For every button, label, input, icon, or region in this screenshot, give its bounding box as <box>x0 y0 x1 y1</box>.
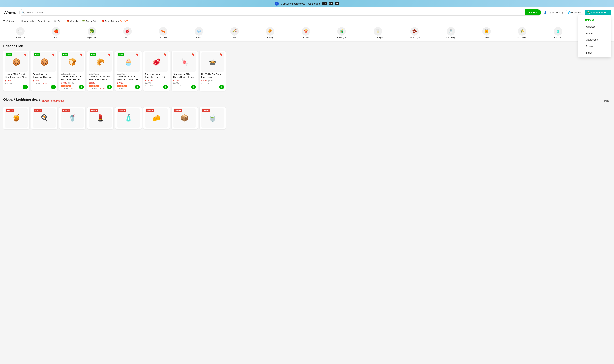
category-item-dairy-eggs[interactable]: 🥛 Dairy & Eggs <box>372 27 384 39</box>
add-to-cart-button[interactable]: + <box>163 85 168 90</box>
product-sold: 200+ Sold <box>201 82 224 84</box>
category-item-fruits[interactable]: 🍎 Fruits <box>51 27 61 39</box>
store-option-japanese[interactable]: Japanese <box>578 24 611 30</box>
store-option-vietnamese[interactable]: Vietnamese <box>578 37 611 43</box>
category-icon-bakery: 🥐 <box>266 27 274 36</box>
store-option-filipino[interactable]: Filipino <box>578 43 611 50</box>
category-item-tofu-vegan[interactable]: 🫘 Tofu & Vegan <box>409 27 420 39</box>
deal-card-d5[interactable]: 34% off 🧴 <box>115 106 142 129</box>
nav-best-sellers[interactable]: Best-Sellers <box>38 20 50 23</box>
lightning-deals-header: Global+ Lightning deals (Ends in: 08:46:… <box>3 98 611 104</box>
deal-card-d4[interactable]: 27% off 💄 <box>87 106 113 129</box>
product-card-p3[interactable]: New 🔖 🍞 Catherine Bakery CatherineBakery… <box>59 51 85 91</box>
product-name: Jade Bakery Triple Delight Cupcake 330 g <box>117 75 140 81</box>
store-icon: 🏪 <box>587 11 590 14</box>
fresh-badge: Fresh Daily <box>61 85 71 87</box>
nav-fresh-daily[interactable]: 🥗 Fresh Daily <box>82 20 97 23</box>
category-item-dry-goods[interactable]: 🌾 Dry Goods <box>517 27 527 39</box>
category-item-instant[interactable]: 🍜 Instant <box>229 27 240 39</box>
category-item-bakery[interactable]: 🥐 Bakery <box>265 27 275 39</box>
product-image-p1: New 🔖 🍪 <box>5 52 28 72</box>
nav-refer-label: Refer Friends, <box>105 20 119 23</box>
search-button[interactable]: Search <box>525 10 541 15</box>
category-label-fruits: Fruits <box>54 37 59 39</box>
nav-new-arrivals-label: New Arrivals <box>21 20 34 23</box>
search-icon: 🔍 <box>20 11 27 14</box>
nav-new-arrivals[interactable]: New Arrivals <box>21 20 34 23</box>
discount-badge: 30% off <box>34 109 42 112</box>
add-to-cart-button[interactable]: + <box>135 85 140 90</box>
original-price: $10.95 <box>68 82 74 84</box>
product-image-p2: New 🔖 🍪 <box>33 52 56 72</box>
deal-card-d8[interactable]: 49% off 🍵 <box>200 106 226 129</box>
bookmark-icon[interactable]: 🔖 <box>220 53 223 56</box>
add-to-cart-button[interactable]: + <box>219 85 224 90</box>
language-button[interactable]: 🌐 English ▾ <box>566 10 582 15</box>
product-card-p6[interactable]: 🔖 🥩 Boneless Lamb Shoulder, Frozen 2 lb … <box>144 51 170 91</box>
chinese-store-button[interactable]: 🏪 Chinese Store ▴ <box>585 10 611 15</box>
bookmark-icon[interactable]: 🔖 <box>136 53 139 56</box>
product-price: $7.66 <box>117 81 123 84</box>
category-item-canned[interactable]: 🥫 Canned <box>481 27 492 39</box>
category-item-vegetables[interactable]: 🥦 Vegetables <box>87 27 97 39</box>
deal-card-d1[interactable]: 35% off 🍯 <box>3 106 29 129</box>
add-to-cart-button[interactable]: + <box>23 85 28 90</box>
category-label-dry-goods: Dry Goods <box>518 37 527 39</box>
category-item-restaurant[interactable]: 🍽️ Restaurant <box>15 27 26 39</box>
product-card-p1[interactable]: New 🔖 🍪 Nomura Millet Biscuit Strawberry… <box>3 51 29 91</box>
category-item-seafood[interactable]: 🦐 Seafood <box>158 27 168 39</box>
bookmark-icon[interactable]: 🔖 <box>192 53 195 56</box>
category-item-meat[interactable]: 🥩 Meat <box>122 27 133 39</box>
deal-card-d6[interactable]: 52% off 🧀 <box>144 106 170 129</box>
logo[interactable]: Weee! <box>3 10 17 15</box>
nav-global-plus[interactable]: 🎁 Global+ <box>66 20 78 23</box>
countdown-hours: 11 <box>322 2 327 5</box>
lightning-deals-more[interactable]: More › <box>604 99 611 102</box>
add-to-cart-button[interactable]: + <box>79 85 84 90</box>
category-label-vegetables: Vegetables <box>87 37 96 39</box>
category-icon-tofu-vegan: 🫘 <box>410 27 419 36</box>
bookmark-icon[interactable]: 🔖 <box>164 53 167 56</box>
category-item-self-care[interactable]: 🧴 Self Care <box>553 27 563 39</box>
bookmark-icon[interactable]: 🔖 <box>24 53 27 56</box>
store-option-label-chinese: Chinese <box>585 19 594 21</box>
product-card-p2[interactable]: New 🔖 🍪 Franzzi Matcha Chocolate Cookies… <box>31 51 57 91</box>
nav-categories[interactable]: ☰ Categories <box>3 20 17 23</box>
login-label: Log in / Sign up <box>548 11 563 14</box>
store-option-chinese[interactable]: ✓ Chinese <box>578 16 611 24</box>
category-label-meat: Meat <box>125 37 130 39</box>
deal-card-d7[interactable]: 32% off 📦 <box>172 106 198 129</box>
bookmark-icon[interactable]: 🔖 <box>80 53 83 56</box>
bookmark-icon[interactable]: 🔖 <box>107 53 111 56</box>
stock-left-badge: | 26 Left <box>70 88 77 90</box>
nav-on-sale[interactable]: On Sale <box>54 20 62 23</box>
category-label-bakery: Bakery <box>267 37 273 39</box>
category-item-frozen[interactable]: ❄️ Frozen <box>194 27 204 39</box>
deal-image-d7: 32% off 📦 <box>173 108 196 128</box>
add-to-cart-button[interactable]: + <box>107 85 112 90</box>
login-button[interactable]: 👤 Log in / Sign up <box>544 11 563 14</box>
store-option-indian[interactable]: Indian <box>578 50 611 56</box>
product-card-p5[interactable]: New 🔖 🧁 Jade Bakery Jade Bakery Triple D… <box>115 51 142 91</box>
category-icon-frozen: ❄️ <box>195 27 203 36</box>
store-option-korean[interactable]: Korean <box>578 30 611 37</box>
deal-card-d2[interactable]: 30% off 🍳 <box>31 106 57 129</box>
product-name: CatherineBakery Taro Polo Crust Toast 1p… <box>61 75 84 81</box>
category-icon-self-care: 🧴 <box>554 27 562 36</box>
product-card-p7[interactable]: 🔖 🍬 Youdiannong Milk Candy, Original Fla… <box>172 51 198 91</box>
product-name: Youdiannong Milk Candy, Original Flav... <box>173 73 196 78</box>
bookmark-icon[interactable]: 🔖 <box>52 53 55 56</box>
product-card-p4[interactable]: New 🔖 🥐 Jade Bakery Jade Bakery Taro and… <box>87 51 113 91</box>
search-input[interactable] <box>27 10 525 15</box>
add-to-cart-button[interactable]: + <box>191 85 196 90</box>
fresh-icon: 🥗 <box>82 20 85 23</box>
category-item-beverages[interactable]: 🧃 Beverages <box>336 27 347 39</box>
nav-refer-friends[interactable]: 🎁 Refer Friends, Get $20 <box>101 20 128 23</box>
add-to-cart-button[interactable]: + <box>51 85 56 90</box>
deal-card-d3[interactable]: 20% off 🥤 <box>59 106 85 129</box>
category-item-snacks[interactable]: 🍿 Snacks <box>301 27 311 39</box>
nav-refer-reward: Get $20 <box>120 20 128 23</box>
category-item-seasoning[interactable]: 🧂 Seasoning <box>446 27 456 39</box>
new-badge: New <box>62 53 68 56</box>
product-card-p8[interactable]: 🔖 🍲 LIUPO Hot Pot Soup Base 1 each $3.99… <box>200 51 226 91</box>
